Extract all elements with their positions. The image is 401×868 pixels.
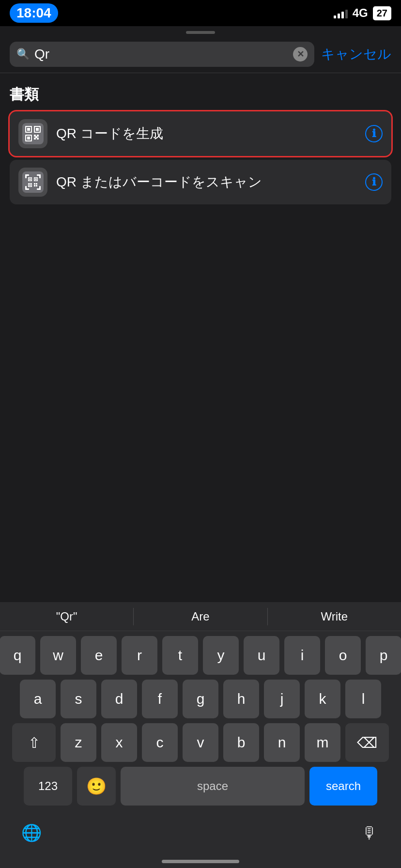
svg-rect-19 xyxy=(39,174,41,178)
prediction-2[interactable]: Write xyxy=(268,602,401,631)
results-section: 書類 QR コードを生成 xyxy=(0,73,401,210)
key-y[interactable]: y xyxy=(203,636,239,675)
status-bar: 18:04 4G 27 xyxy=(0,0,401,26)
battery-indicator: 27 xyxy=(373,6,391,20)
svg-rect-36 xyxy=(36,185,37,186)
keyboard-area: "Qr" Are Write q w e r t y u i o p a s d… xyxy=(0,602,401,868)
backspace-key[interactable]: ⌫ xyxy=(345,723,389,762)
svg-rect-17 xyxy=(25,174,27,178)
key-w[interactable]: w xyxy=(40,636,76,675)
result-item-qr-generate[interactable]: QR コードを生成 ℹ xyxy=(10,111,391,156)
key-v[interactable]: v xyxy=(183,723,218,762)
network-type: 4G xyxy=(353,6,368,20)
svg-rect-6 xyxy=(36,128,39,131)
svg-rect-34 xyxy=(36,183,37,185)
key-g[interactable]: g xyxy=(183,680,218,718)
status-right: 4G 27 xyxy=(334,6,391,20)
globe-icon[interactable]: 🌐 xyxy=(15,818,48,847)
numbers-key[interactable]: 123 xyxy=(24,767,72,806)
signal-bars-icon xyxy=(334,8,348,18)
search-key[interactable]: search xyxy=(309,767,377,806)
svg-rect-9 xyxy=(27,137,30,140)
qr-scan-icon xyxy=(22,171,44,193)
cancel-button[interactable]: キャンセル xyxy=(321,45,391,63)
clear-button[interactable]: ✕ xyxy=(293,47,308,62)
key-i[interactable]: i xyxy=(284,636,320,675)
svg-rect-35 xyxy=(34,185,35,186)
qr-scan-icon-wrapper xyxy=(18,168,47,197)
keyboard-row-1: q w e r t y u i o p xyxy=(3,636,398,675)
keyboard-row-4: 123 🙂 space search xyxy=(3,767,398,806)
key-k[interactable]: k xyxy=(305,680,340,718)
svg-rect-21 xyxy=(25,186,27,190)
key-c[interactable]: c xyxy=(142,723,178,762)
home-indicator xyxy=(0,857,401,868)
prediction-1[interactable]: Are xyxy=(134,602,267,631)
key-r[interactable]: r xyxy=(122,636,157,675)
keyboard-row-2: a s d f g h j k l xyxy=(3,680,398,718)
qr-generate-info-button[interactable]: ℹ xyxy=(365,125,383,142)
key-q[interactable]: q xyxy=(0,636,35,675)
qr-generate-icon-wrapper xyxy=(18,119,47,148)
svg-rect-3 xyxy=(27,128,30,131)
key-o[interactable]: o xyxy=(325,636,361,675)
key-p[interactable]: p xyxy=(366,636,401,675)
key-z[interactable]: z xyxy=(61,723,96,762)
qr-generate-label: QR コードを生成 xyxy=(56,124,365,143)
emoji-key[interactable]: 🙂 xyxy=(77,767,116,806)
key-t[interactable]: t xyxy=(162,636,198,675)
key-e[interactable]: e xyxy=(81,636,117,675)
keyboard-extras-row: 🌐 🎙 xyxy=(0,813,401,857)
section-title: 書類 xyxy=(10,85,391,105)
status-time: 18:04 xyxy=(10,3,58,23)
result-item-qr-scan[interactable]: QR またはバーコードをスキャン ℹ xyxy=(10,160,391,204)
key-l[interactable]: l xyxy=(345,680,381,718)
drag-pill xyxy=(186,31,215,34)
space-key[interactable]: space xyxy=(121,767,305,806)
search-bar-container: 🔍 Qr ✕ キャンセル xyxy=(0,37,401,73)
svg-rect-32 xyxy=(30,185,31,186)
key-b[interactable]: b xyxy=(223,723,259,762)
drag-handle xyxy=(0,26,401,37)
key-d[interactable]: d xyxy=(101,680,137,718)
qr-scan-label: QR またはバーコードをスキャン xyxy=(56,173,365,191)
shift-key[interactable]: ⇧ xyxy=(12,723,56,762)
search-icon: 🔍 xyxy=(16,48,30,61)
search-input[interactable]: Qr xyxy=(34,46,288,62)
key-s[interactable]: s xyxy=(61,680,96,718)
keyboard-row-3: ⇧ z x c v b n m ⌫ xyxy=(3,723,398,762)
key-f[interactable]: f xyxy=(142,680,178,718)
key-a[interactable]: a xyxy=(20,680,56,718)
microphone-icon[interactable]: 🎙 xyxy=(353,818,386,847)
keyboard: q w e r t y u i o p a s d f g h j k l ⇧ … xyxy=(0,631,401,813)
qr-generate-icon xyxy=(22,123,44,144)
svg-rect-14 xyxy=(35,136,37,138)
svg-rect-33 xyxy=(34,183,35,185)
key-n[interactable]: n xyxy=(264,723,300,762)
key-h[interactable]: h xyxy=(223,680,259,718)
prediction-0[interactable]: "Qr" xyxy=(0,602,133,631)
key-x[interactable]: x xyxy=(101,723,137,762)
qr-scan-info-button[interactable]: ℹ xyxy=(365,173,383,191)
svg-rect-26 xyxy=(30,179,31,180)
key-u[interactable]: u xyxy=(244,636,279,675)
svg-rect-23 xyxy=(39,186,41,190)
predictive-bar: "Qr" Are Write xyxy=(0,602,401,631)
svg-rect-29 xyxy=(35,179,37,180)
key-j[interactable]: j xyxy=(264,680,300,718)
home-pill xyxy=(162,860,239,863)
search-input-wrapper[interactable]: 🔍 Qr ✕ xyxy=(10,42,314,67)
key-m[interactable]: m xyxy=(305,723,340,762)
